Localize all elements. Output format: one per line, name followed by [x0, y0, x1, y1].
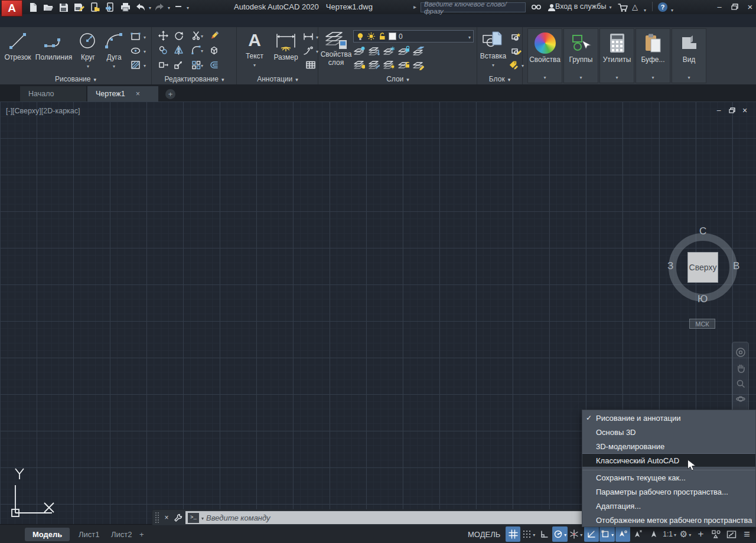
customize-qat-button[interactable]: [171, 1, 185, 14]
object-snap-toggle[interactable]: [599, 526, 615, 542]
search-expand-icon[interactable]: ▸: [413, 4, 416, 10]
snap-toggle[interactable]: [521, 526, 536, 542]
steering-wheel-icon[interactable]: [735, 347, 746, 358]
ellipse-button[interactable]: [130, 44, 146, 58]
layer-off-button[interactable]: [353, 45, 365, 57]
menu-item-classic-autocad[interactable]: Классический AutoCAD: [582, 453, 755, 467]
rectangle-button[interactable]: [130, 30, 146, 44]
command-palette[interactable]: × >_ Введите команду: [152, 509, 597, 526]
attributes-button[interactable]: [508, 58, 524, 72]
menu-item-workspace-settings[interactable]: Параметры рабочего пространства...: [582, 485, 755, 499]
ortho-toggle[interactable]: [537, 526, 552, 542]
help-button[interactable]: ?: [658, 2, 667, 12]
signin-caret-icon[interactable]: [609, 2, 611, 11]
stretch-button[interactable]: [157, 59, 169, 71]
viewcube-south[interactable]: Ю: [698, 293, 708, 305]
model-tab[interactable]: Модель: [25, 528, 70, 541]
zoom-icon[interactable]: [736, 379, 745, 388]
polyline-button[interactable]: Полилиния: [34, 30, 73, 61]
command-recent-caret-icon[interactable]: [201, 513, 204, 522]
command-input[interactable]: >_ Введите команду: [185, 511, 594, 524]
fillet-button[interactable]: [188, 44, 207, 56]
viewcube-top-face[interactable]: Сверху: [687, 252, 718, 283]
snap-caret-icon[interactable]: [533, 530, 535, 538]
annotation-visibility-toggle[interactable]: [615, 526, 630, 542]
window-close-button[interactable]: ×: [742, 1, 756, 12]
autodesk-app-button[interactable]: △: [632, 2, 638, 11]
command-drag-handle[interactable]: [155, 512, 159, 524]
scale-button[interactable]: [172, 59, 184, 71]
erase-button[interactable]: [208, 30, 220, 41]
circle-button[interactable]: Круг: [76, 30, 100, 70]
viewcube-west[interactable]: З: [667, 260, 673, 272]
viewport-minimize-button[interactable]: –: [713, 106, 724, 115]
move-button[interactable]: [157, 30, 169, 41]
array-caret-icon[interactable]: [201, 61, 203, 69]
array-button[interactable]: [188, 59, 207, 71]
application-menu-button[interactable]: A: [1, 0, 22, 17]
layer-on-all-button[interactable]: [353, 58, 365, 70]
mirror-button[interactable]: [172, 44, 184, 56]
ucs-wcs-button[interactable]: МСК: [689, 319, 715, 329]
search-button[interactable]: [529, 1, 543, 14]
panel-modify-footer[interactable]: Редактирование: [152, 74, 236, 84]
hatch-button[interactable]: [130, 58, 146, 72]
isodraft-toggle[interactable]: [568, 526, 584, 542]
file-tab-start[interactable]: Начало: [20, 86, 86, 102]
save-button[interactable]: [57, 1, 71, 14]
table-button[interactable]: [305, 58, 317, 72]
window-minimize-button[interactable]: –: [712, 1, 727, 12]
file-tab-close-icon[interactable]: ×: [136, 90, 140, 98]
panel-block-footer[interactable]: Блок: [477, 74, 522, 84]
menu-item-save-current-as[interactable]: Сохранить текущее как...: [582, 470, 755, 485]
redo-button[interactable]: [152, 1, 167, 14]
undo-caret-icon[interactable]: [149, 3, 151, 11]
command-customize-wrench-icon[interactable]: [174, 513, 183, 522]
object-snap-tracking-toggle[interactable]: [584, 526, 599, 542]
scale-caret-icon[interactable]: [674, 530, 676, 538]
viewport-restore-button[interactable]: [726, 106, 737, 115]
viewport-controls[interactable]: [-][Сверху][2D-каркас]: [6, 107, 80, 115]
panel-annotation-footer[interactable]: Аннотации: [237, 74, 318, 84]
polar-caret-icon[interactable]: [564, 530, 566, 538]
menu-item-3d-modeling[interactable]: 3D-моделирование: [582, 439, 755, 453]
layer-unlock-all-button[interactable]: [397, 58, 409, 70]
text-button[interactable]: A Текст: [241, 30, 268, 68]
trim-caret-icon[interactable]: [201, 31, 203, 40]
search-input[interactable]: Введите ключевое слово/фразу: [421, 2, 526, 12]
menu-item-3d-basics[interactable]: Основы 3D: [582, 425, 755, 439]
open-file-button[interactable]: [41, 1, 56, 14]
command-close-icon[interactable]: ×: [162, 513, 171, 522]
workspace-caret-icon[interactable]: [689, 530, 691, 538]
layer-isolate-button[interactable]: [368, 45, 380, 57]
copy-button[interactable]: [157, 44, 169, 56]
insert-block-caret-icon[interactable]: [492, 60, 494, 68]
attributes-caret-icon[interactable]: [522, 61, 524, 69]
viewcube-east[interactable]: В: [733, 260, 739, 272]
linear-dimension-button[interactable]: [302, 30, 318, 44]
save-as-button[interactable]: [72, 1, 86, 14]
save-to-web-mobile-button[interactable]: [103, 1, 117, 14]
hatch-caret-icon[interactable]: [144, 61, 146, 69]
autodesk-app-caret-icon[interactable]: [644, 5, 646, 14]
explode-button[interactable]: [208, 44, 220, 56]
layer-dropdown[interactable]: 0: [353, 30, 474, 42]
layer-unisolate-button[interactable]: [368, 58, 380, 70]
panel-view-collapsed[interactable]: Вид: [672, 28, 706, 83]
rotate-button[interactable]: [172, 30, 184, 41]
offset-button[interactable]: [208, 59, 220, 71]
leader-button[interactable]: [302, 44, 318, 58]
app-store-cart-button[interactable]: [616, 1, 630, 14]
help-caret-icon[interactable]: [671, 5, 673, 14]
workspace-switching-button[interactable]: ⚙: [678, 526, 693, 542]
isolate-objects-button[interactable]: [709, 526, 724, 542]
panel-utilities-collapsed[interactable]: Утилиты: [599, 28, 634, 83]
leader-caret-icon[interactable]: [316, 47, 318, 55]
layer-freeze-button[interactable]: [383, 45, 395, 57]
panel-draw-footer[interactable]: Рисование: [0, 74, 151, 84]
file-tab-drawing1[interactable]: Чертеж1 ×: [87, 86, 158, 102]
text-caret-icon[interactable]: [253, 60, 256, 68]
arc-button[interactable]: Дуга: [102, 30, 126, 70]
create-block-button[interactable]: [510, 30, 522, 44]
new-file-button[interactable]: [26, 1, 40, 14]
